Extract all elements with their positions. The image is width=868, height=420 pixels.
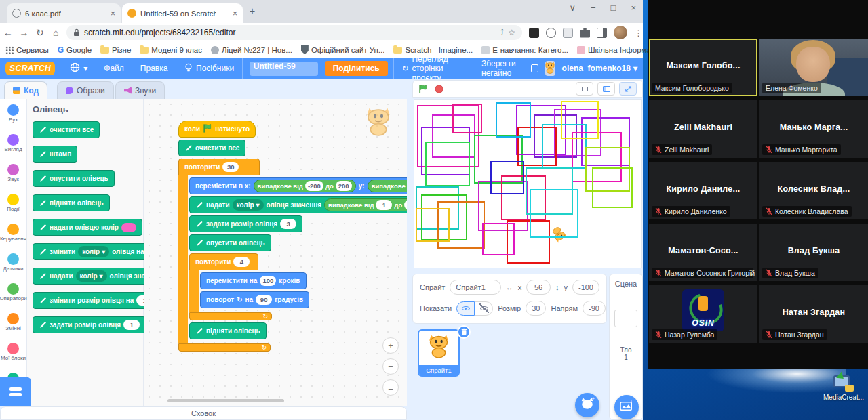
tab-close-icon[interactable]: × bbox=[111, 9, 115, 18]
random-operator[interactable]: випадкове від1до100 bbox=[324, 198, 407, 211]
repeat-count-input[interactable]: 30 bbox=[222, 162, 239, 172]
add-sprite-button[interactable]: + bbox=[575, 393, 599, 417]
new-tab-button[interactable]: + bbox=[250, 5, 255, 16]
browser-menu-icon[interactable]: ⋮ bbox=[634, 28, 643, 38]
block-pen-set-color-value[interactable]: надати колір▾ олівця значення випадкове … bbox=[189, 196, 407, 213]
block-pen-set-size[interactable]: задати розмір олівця1 bbox=[33, 316, 146, 333]
tab-pdf[interactable]: 6 клас.pdf × bbox=[7, 3, 121, 23]
zoom-in-button[interactable]: + bbox=[382, 337, 399, 354]
browser-profile-avatar[interactable] bbox=[614, 26, 627, 39]
code-horizontal-scrollbar[interactable] bbox=[167, 399, 284, 402]
block-move-steps[interactable]: перемістити на100кроків bbox=[200, 272, 307, 289]
sprite-size-input[interactable]: 30 bbox=[526, 301, 546, 316]
url-field[interactable]: scratch.mit.edu/projects/684232165/edito… bbox=[66, 25, 522, 40]
repeat-count-input[interactable]: 4 bbox=[233, 257, 250, 267]
block-when-flag-clicked[interactable]: коли натиснуто bbox=[178, 121, 256, 138]
sprite-x-input[interactable]: 56 bbox=[526, 280, 551, 295]
category-sound[interactable]: Звук bbox=[0, 164, 26, 194]
project-name-input[interactable]: Untitled-59 bbox=[250, 62, 318, 76]
stop-button[interactable] bbox=[435, 85, 443, 93]
my-stuff-folder-icon[interactable] bbox=[531, 64, 538, 72]
category-myblocks[interactable]: Мої блоки bbox=[0, 343, 26, 373]
delete-sprite-button[interactable] bbox=[457, 325, 471, 339]
window-close-button[interactable]: × bbox=[631, 3, 636, 13]
fullscreen-button[interactable]: ⤢ bbox=[619, 82, 637, 96]
bookmark-google[interactable]: GGoogle bbox=[58, 45, 92, 55]
sprite-name-input[interactable]: Спрайт1 bbox=[450, 280, 500, 295]
tab-scratch[interactable]: Untitled-59 on Scratch × bbox=[122, 3, 243, 23]
zoom-reset-button[interactable]: = bbox=[382, 379, 399, 396]
back-icon[interactable]: ← bbox=[0, 27, 16, 38]
stage-canvas[interactable] bbox=[414, 99, 642, 268]
value-input[interactable]: 100 bbox=[260, 276, 276, 286]
show-sprite-button[interactable] bbox=[456, 301, 475, 316]
block-pen-set-color[interactable]: надати олівцю колір bbox=[33, 219, 142, 236]
extension-icon-picture[interactable] bbox=[563, 28, 573, 38]
participant-tile-osin[interactable]: OSIN Назар Гулемба bbox=[649, 285, 757, 343]
extension-icon-profile[interactable] bbox=[546, 28, 556, 38]
participant-tile[interactable]: Колесник Влад... Колесник Владислава bbox=[760, 162, 868, 219]
block-pen-set-size[interactable]: задати розмір олівця3 bbox=[189, 215, 302, 232]
participant-tile[interactable]: Максим Голобо... Максим Голобородько bbox=[649, 39, 757, 96]
color-dropdown[interactable]: колір▾ bbox=[233, 199, 264, 211]
block-pen-up[interactable]: підняти олівець bbox=[33, 194, 110, 211]
hide-sprite-button[interactable] bbox=[475, 301, 493, 316]
block-pen-clear[interactable]: очистити все bbox=[178, 140, 245, 156]
bookmark-star-icon[interactable]: ☆ bbox=[508, 28, 515, 37]
category-events[interactable]: Події bbox=[0, 194, 26, 224]
bookmark-enav[interactable]: Е-навчання: Катего... bbox=[481, 46, 568, 54]
block-pen-down[interactable]: опустити олівець bbox=[33, 170, 115, 187]
account-menu[interactable]: olena_fomenko18 ▾ bbox=[562, 64, 637, 73]
project-page-button[interactable]: ↻ Перегляд сторінки проєкту bbox=[393, 58, 481, 79]
bookmark-oficijnyj[interactable]: Офіційний сайт Уп... bbox=[301, 45, 385, 54]
value-input[interactable]: 3 bbox=[280, 219, 296, 229]
block-pen-stamp[interactable]: штамп bbox=[33, 146, 77, 163]
participant-tile[interactable]: Натан Згардан Натан Згардан bbox=[760, 285, 868, 343]
category-control[interactable]: Керування bbox=[0, 224, 26, 253]
save-now-button[interactable]: Зберегти негайно bbox=[481, 59, 524, 78]
extensions-puzzle-icon[interactable] bbox=[580, 28, 590, 38]
color-dropdown[interactable]: колір▾ bbox=[76, 270, 107, 282]
code-canvas[interactable]: коли натиснуто очистити все повторити30 … bbox=[144, 99, 407, 406]
backdrop-thumbnail[interactable] bbox=[614, 310, 637, 327]
participant-tile-video[interactable]: Елена Фоменко bbox=[760, 39, 868, 96]
value-input[interactable]: 90 bbox=[256, 295, 272, 305]
block-goto-random-xy[interactable]: перемістити в x: випадкове від-200до200 … bbox=[189, 177, 407, 194]
value-input[interactable]: 1 bbox=[123, 320, 140, 330]
tab-close-icon[interactable]: × bbox=[233, 9, 237, 18]
bookmark-folder-rizne[interactable]: Різне bbox=[100, 46, 131, 54]
stage-selector-panel[interactable]: Сцена Тло 1 + bbox=[609, 274, 643, 420]
participant-tile[interactable]: Zelli Makhauri Zelli Makhauri bbox=[649, 100, 757, 158]
window-maximize-button[interactable]: □ bbox=[611, 3, 616, 13]
block-pen-change-size[interactable]: змінити розмір олівця на1 bbox=[33, 292, 159, 309]
share-icon[interactable]: ⤴ bbox=[500, 28, 504, 37]
block-pen-clear[interactable]: очистити все bbox=[33, 121, 100, 138]
participant-tile[interactable]: Маматов-Сосо... Маматов-Сосонюк Григорій bbox=[649, 224, 757, 281]
block-repeat-4[interactable]: повторити4 перемістити на100кроків повор… bbox=[189, 253, 407, 320]
color-dropdown[interactable]: колір▾ bbox=[78, 246, 109, 257]
bookmark-servicy[interactable]: Сервисы bbox=[5, 46, 49, 54]
category-looks[interactable]: Вигляд bbox=[0, 134, 26, 164]
bookmark-folder-modeli[interactable]: Моделі 9 клас bbox=[140, 46, 202, 54]
participant-tile[interactable]: Манько Марга... Манько Маргарита bbox=[760, 100, 868, 158]
tab-costumes[interactable]: Образи bbox=[57, 81, 114, 99]
block-pen-down[interactable]: опустити олівець bbox=[189, 234, 271, 251]
block-turn-degrees[interactable]: поворот↻на90градусів bbox=[200, 291, 309, 308]
backpack-bar[interactable]: Сховок bbox=[0, 406, 407, 420]
add-backdrop-button[interactable]: + bbox=[614, 395, 639, 419]
scratch-logo[interactable]: SCRATCH bbox=[5, 62, 55, 75]
bookmark-licej[interactable]: Ліцей №227 | Нов... bbox=[211, 46, 292, 54]
user-avatar[interactable] bbox=[545, 61, 555, 76]
window-chevron-icon[interactable]: ∨ bbox=[569, 3, 576, 13]
sprite-y-input[interactable]: -100 bbox=[572, 280, 599, 295]
sprite-tile-selected[interactable]: Спрайт1 bbox=[418, 329, 460, 377]
block-pen-up[interactable]: підняти олівець bbox=[189, 322, 267, 339]
block-repeat-30[interactable]: повторити30 перемістити в x: випадкове в… bbox=[178, 159, 407, 352]
desktop-icon-mediacreat[interactable]: MediaCreat... bbox=[822, 374, 865, 401]
random-operator[interactable]: випадкове від-200до200 bbox=[254, 180, 356, 192]
pen-color-swatch[interactable] bbox=[121, 223, 136, 232]
extension-icon-dark[interactable] bbox=[529, 28, 539, 38]
green-flag-button[interactable] bbox=[418, 84, 428, 94]
large-stage-button[interactable] bbox=[597, 82, 615, 96]
edit-menu[interactable]: Правка bbox=[132, 58, 176, 79]
